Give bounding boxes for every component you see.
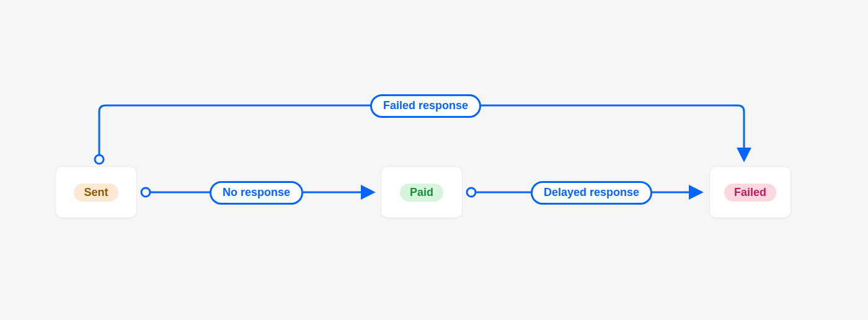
- transition-label-delayed-response: Delayed response: [531, 181, 652, 205]
- state-node-paid: Paid: [381, 167, 462, 218]
- state-badge-paid: Paid: [400, 184, 443, 202]
- state-node-sent: Sent: [56, 167, 136, 218]
- port-sent-top: [95, 155, 104, 164]
- port-paid-right: [467, 188, 476, 197]
- transition-label-no-response: No response: [210, 181, 303, 205]
- state-diagram: Sent Paid Failed No response Delayed res…: [0, 0, 868, 320]
- state-node-failed: Failed: [710, 167, 790, 218]
- transition-label-failed-response: Failed response: [370, 94, 481, 118]
- port-sent-right: [141, 188, 150, 197]
- diagram-edges: [0, 0, 868, 320]
- state-badge-failed: Failed: [724, 184, 776, 202]
- state-badge-sent: Sent: [74, 184, 118, 202]
